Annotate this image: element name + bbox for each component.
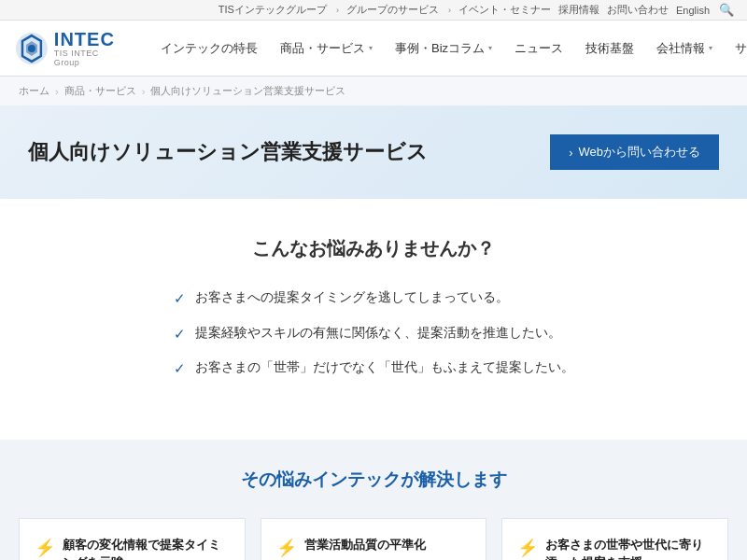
- search-button[interactable]: 🔍: [717, 3, 736, 17]
- problem-title: こんなお悩みありませんか？: [56, 236, 691, 261]
- contact-link[interactable]: お問い合わせ: [607, 3, 669, 17]
- group-services-link[interactable]: グループのサービス: [346, 3, 439, 17]
- problem-checklist: ✓お客さまへの提案タイミングを逃してしまっている。✓提案経験やスキルの有無に関係…: [174, 287, 574, 393]
- checklist-item-text: 提案経験やスキルの有無に関係なく、提案活動を推進したい。: [195, 323, 561, 343]
- chevron-1: ›: [336, 6, 339, 15]
- breadcrumb-products[interactable]: 商品・サービス: [64, 84, 136, 98]
- checklist-item-text: お客さまへの提案タイミングを逃してしまっている。: [195, 287, 509, 307]
- nav-items: インテックの特長商品・サービス▾事例・Bizコラム▾ニュース技術基盤会社情報▾サ…: [149, 21, 747, 76]
- logo-sub-text: TIS INTEC Group: [54, 49, 127, 68]
- top-nav-group: TISインテックグループ › グループのサービス › イベント・セミナー 採用情…: [218, 3, 736, 17]
- logo-intec-text: INTEC: [54, 29, 127, 49]
- btn-label: Webから問い合わせる: [579, 144, 701, 161]
- card-header: ⚡お客さまの世帯や世代に寄り添った提案を支援: [517, 536, 712, 561]
- card-title: お客さまの世帯や世代に寄り添った提案を支援: [545, 536, 712, 561]
- hero-section: 個人向けソリューション営業支援サービス › Webから問い合わせる: [0, 105, 747, 199]
- card-title: 顧客の変化情報で提案タイミングを示唆: [63, 536, 230, 561]
- solution-card: ⚡営業活動品質の平準化本サービスが示唆する、次のアクション候補に基づいて、提案計…: [261, 518, 487, 561]
- check-icon: ✓: [174, 358, 186, 380]
- nav-item-label: 技術基盤: [585, 40, 634, 57]
- lightning-icon: ⚡: [517, 538, 538, 558]
- event-link[interactable]: イベント・セミナー: [458, 3, 551, 17]
- solution-section: その悩みインテックが解決します ⚡顧客の変化情報で提案タイミングを示唆外部サービ…: [0, 440, 747, 561]
- logo-link[interactable]: INTEC TIS INTEC Group: [15, 29, 127, 68]
- nav-caret-icon: ▾: [369, 44, 373, 52]
- nav-item-label: ニュース: [514, 40, 563, 57]
- checklist-item: ✓提案経験やスキルの有無に関係なく、提案活動を推進したい。: [174, 323, 574, 345]
- card-header: ⚡営業活動品質の平準化: [276, 536, 472, 558]
- checklist-item: ✓お客さまへの提案タイミングを逃してしまっている。: [174, 287, 574, 310]
- lightning-icon: ⚡: [35, 538, 55, 558]
- nav-item[interactable]: ニュース: [503, 21, 574, 76]
- nav-item[interactable]: 商品・サービス▾: [269, 21, 384, 76]
- nav-item[interactable]: 会社情報▾: [645, 21, 724, 76]
- cards-row: ⚡顧客の変化情報で提案タイミングを示唆外部サービスから取得した顧客情報を活用し、…: [19, 518, 728, 561]
- problem-section: こんなお悩みありませんか？ ✓お客さまへの提案タイミングを逃してしまっている。✓…: [0, 199, 747, 421]
- nav-item-label: インテックの特長: [161, 40, 258, 57]
- btn-chevron: ›: [569, 146, 572, 160]
- nav-caret-icon: ▾: [488, 44, 492, 52]
- breadcrumb-current: 個人向けソリューション営業支援サービス: [150, 84, 345, 98]
- top-bar: TISインテックグループ › グループのサービス › イベント・セミナー 採用情…: [0, 0, 747, 21]
- logo-text: INTEC TIS INTEC Group: [54, 29, 127, 68]
- solution-title: その悩みインテックが解決します: [19, 468, 728, 492]
- nav-item[interactable]: インテックの特長: [149, 21, 269, 76]
- nav-item[interactable]: 事例・Bizコラム▾: [384, 21, 503, 76]
- card-title: 営業活動品質の平準化: [304, 536, 426, 554]
- nav-item-label: サステナビリティ: [735, 40, 747, 57]
- svg-point-1: [28, 45, 35, 52]
- english-link[interactable]: English: [676, 5, 710, 16]
- nav-item[interactable]: サステナビリティ: [724, 21, 747, 76]
- solution-card: ⚡顧客の変化情報で提案タイミングを示唆外部サービスから取得した顧客情報を活用し、…: [19, 518, 246, 561]
- breadcrumb-home[interactable]: ホーム: [19, 84, 49, 98]
- hero-title: 個人向けソリューション営業支援サービス: [28, 138, 428, 167]
- logo-icon: [15, 32, 49, 65]
- solution-card: ⚡お客さまの世帯や世代に寄り添った提案を支援顧客情報管理に「世代管理」の視点を加…: [501, 518, 728, 561]
- nav-item-label: 商品・サービス: [280, 40, 365, 57]
- bc-sep-2: ›: [142, 86, 146, 97]
- nav-item-label: 会社情報: [656, 40, 705, 57]
- checklist-item: ✓お客さまの「世帯」だけでなく「世代」もふまえて提案したい。: [174, 357, 574, 380]
- contact-button[interactable]: › Webから問い合わせる: [550, 134, 719, 170]
- checklist-item-text: お客さまの「世帯」だけでなく「世代」もふまえて提案したい。: [195, 357, 574, 377]
- breadcrumb: ホーム › 商品・サービス › 個人向けソリューション営業支援サービス: [0, 77, 747, 105]
- bc-sep-1: ›: [55, 86, 59, 97]
- main-nav: INTEC TIS INTEC Group インテックの特長商品・サービス▾事例…: [0, 21, 747, 77]
- nav-item-label: 事例・Bizコラム: [395, 40, 485, 57]
- recruit-link[interactable]: 採用情報: [558, 3, 599, 17]
- group-link[interactable]: TISインテックグループ: [218, 3, 327, 17]
- nav-caret-icon: ▾: [709, 44, 712, 52]
- lightning-icon: ⚡: [276, 538, 297, 558]
- chevron-2: ›: [448, 6, 451, 15]
- check-icon: ✓: [174, 288, 186, 310]
- check-icon: ✓: [174, 324, 186, 345]
- nav-item[interactable]: 技術基盤: [574, 21, 645, 76]
- card-header: ⚡顧客の変化情報で提案タイミングを示唆: [35, 536, 230, 561]
